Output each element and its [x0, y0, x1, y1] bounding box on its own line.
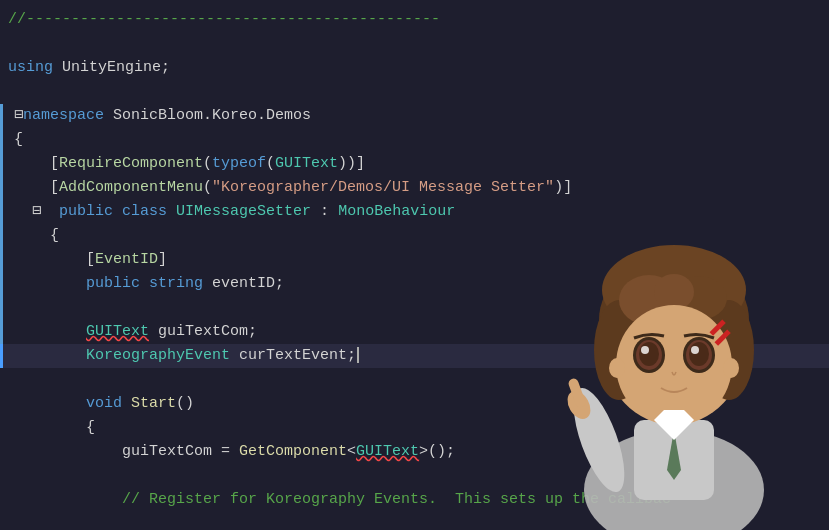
svg-point-12	[616, 305, 732, 425]
svg-point-20	[691, 346, 699, 354]
svg-point-19	[689, 342, 709, 366]
code-editor: //--------------------------------------…	[0, 0, 829, 530]
svg-point-23	[609, 358, 625, 378]
svg-point-11	[654, 274, 694, 310]
code-line-4	[0, 80, 829, 104]
code-line-3: using UnityEngine;	[0, 56, 829, 80]
svg-point-15	[639, 342, 659, 366]
anime-character	[509, 110, 829, 530]
svg-point-16	[641, 346, 649, 354]
svg-point-24	[723, 358, 739, 378]
code-line-2	[0, 32, 829, 56]
code-line-1: //--------------------------------------…	[0, 8, 829, 32]
